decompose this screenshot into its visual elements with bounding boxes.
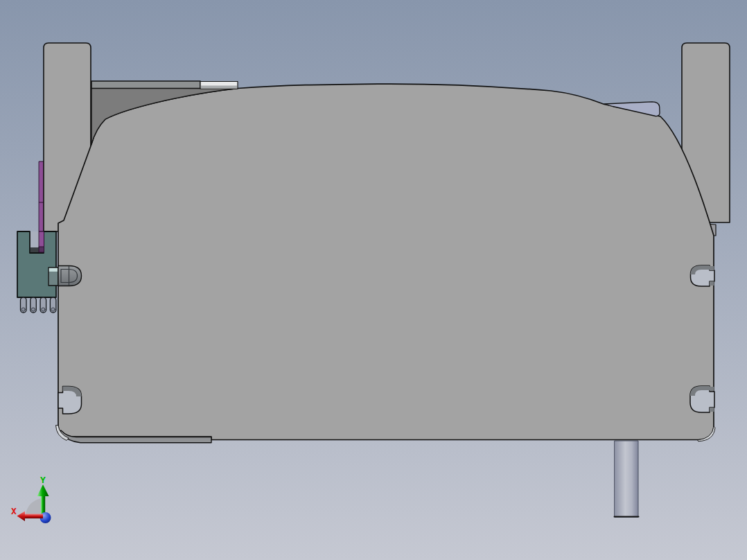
side-knob[interactable] xyxy=(49,266,82,286)
cad-viewport[interactable]: Y X xyxy=(0,0,747,560)
x-axis-label: X xyxy=(11,506,17,516)
t-slot-right-lower xyxy=(690,386,714,412)
main-body[interactable] xyxy=(58,84,714,439)
sensor-rail-in-slot xyxy=(39,231,44,247)
top-strip-dark xyxy=(91,81,200,89)
sensor-rail-tip xyxy=(39,247,44,252)
guide-rod[interactable] xyxy=(615,441,639,517)
t-slot-right-upper xyxy=(691,265,715,286)
y-axis-label: Y xyxy=(40,475,46,485)
top-strip-light xyxy=(200,82,238,89)
